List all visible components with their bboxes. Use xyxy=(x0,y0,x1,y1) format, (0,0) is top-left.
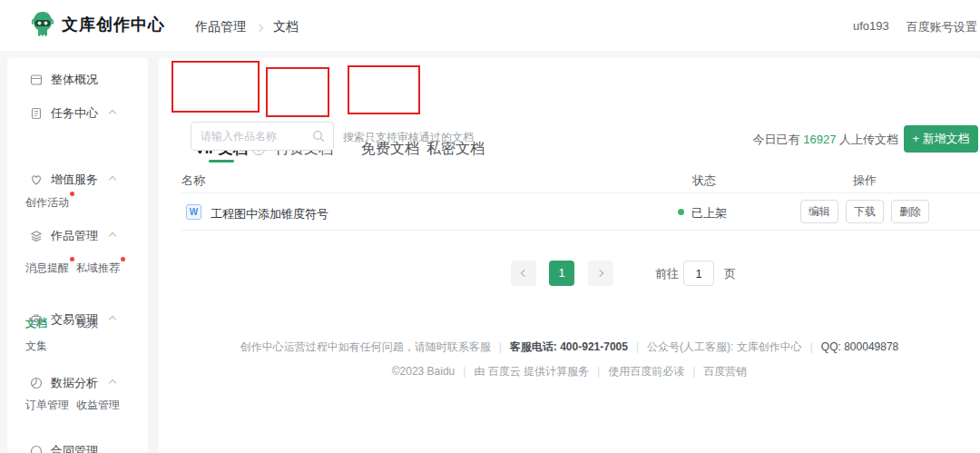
search-hint: 搜索只支持审核通过的文档 xyxy=(343,130,474,145)
overview-icon xyxy=(30,74,43,86)
header-user-area: ufo193 百度账号设置 退出 xyxy=(853,19,980,35)
copyright: ©2023 Baidu xyxy=(392,365,456,378)
sidebar-subitem-private-recommend[interactable]: 私域推荐 xyxy=(76,260,120,276)
sidebar-item-label: 合同管理 xyxy=(51,443,98,453)
upload-count: 16927 xyxy=(803,133,836,146)
sidebar-item-label: 增值服务 xyxy=(51,172,98,188)
trade-icon xyxy=(30,313,43,326)
chevron-up-icon[interactable] xyxy=(109,379,116,387)
breadcrumb-current: 文档 xyxy=(273,19,299,35)
chevron-up-icon[interactable] xyxy=(109,110,116,117)
chevron-right-icon xyxy=(256,24,263,31)
sidebar-item-label: 交易管理 xyxy=(51,311,98,328)
sidebar-item-contracts[interactable]: 合同管理 xyxy=(7,440,148,453)
annotation-box-free-docs xyxy=(348,65,420,114)
page-number-active[interactable]: 1 xyxy=(549,261,574,286)
column-header-actions: 操作 xyxy=(853,172,877,189)
sidebar-subitem-earnings[interactable]: 收益管理 xyxy=(76,397,120,413)
status-dot xyxy=(678,209,684,215)
sidebar-item-analytics[interactable]: 数据分析 xyxy=(7,372,148,394)
sidebar-subitem-creation-activity[interactable]: 创作活动 xyxy=(25,194,69,211)
column-header-name: 名称 xyxy=(181,172,205,189)
chevron-up-icon[interactable] xyxy=(109,232,116,240)
new-document-button[interactable]: + 新增文档 xyxy=(904,125,978,153)
annotation-box-paid-docs xyxy=(266,67,329,117)
table-divider xyxy=(181,192,980,193)
goto-unit: 页 xyxy=(724,266,736,282)
upload-stat: 今日已有 16927 人上传文档 xyxy=(740,132,898,148)
username[interactable]: ufo193 xyxy=(853,19,889,35)
sidebar-subitem-collections[interactable]: 文集 xyxy=(25,338,47,354)
notification-dot xyxy=(121,257,125,261)
footer-support-line: 创作中心运营过程中如有任何问题，请随时联系客服|客服电话: 400-921-70… xyxy=(159,340,980,355)
account-settings-link[interactable]: 百度账号设置 xyxy=(906,19,977,35)
pie-chart-icon xyxy=(30,377,43,389)
document-name[interactable]: 工程图中添加锥度符号 xyxy=(211,206,328,222)
chevron-left-icon xyxy=(521,270,528,277)
column-header-status: 状态 xyxy=(692,172,716,189)
sidebar: 整体概况 任务中心 创作活动 增值服务 消息提醒 私域推荐 作品管理 文档 视频 xyxy=(7,58,148,453)
app-logo[interactable]: 文库创作中心 xyxy=(31,11,165,38)
chevron-up-icon[interactable] xyxy=(109,316,116,323)
active-tab-underline xyxy=(209,160,234,162)
delete-button[interactable]: 删除 xyxy=(891,200,929,223)
task-icon xyxy=(30,107,43,120)
goto-label: 前往 xyxy=(655,266,679,282)
qq-number: QQ: 800049878 xyxy=(821,340,898,353)
logo-title: 文库创作中心 xyxy=(62,14,165,35)
next-page-button[interactable] xyxy=(588,261,613,286)
squid-mascot-icon xyxy=(31,11,54,38)
notification-dot xyxy=(70,192,74,196)
breadcrumb: 作品管理 文档 xyxy=(195,19,299,35)
contract-icon xyxy=(30,445,43,453)
annotation-box-vip-docs xyxy=(172,61,260,113)
sidebar-item-label: 任务中心 xyxy=(51,105,98,122)
baidu-notice-link[interactable]: 使用百度前必读 xyxy=(608,365,684,378)
sidebar-item-overview[interactable]: 整体概况 xyxy=(7,69,148,91)
download-button[interactable]: 下载 xyxy=(846,200,884,223)
service-phone: 客服电话: 400-921-7005 xyxy=(510,340,628,353)
sidebar-subitem-message-reminder[interactable]: 消息提醒 xyxy=(25,260,69,276)
sidebar-item-label: 整体概况 xyxy=(51,72,98,88)
row-divider xyxy=(181,230,980,231)
notification-dot xyxy=(70,257,74,261)
sidebar-item-works[interactable]: 作品管理 xyxy=(7,225,148,247)
sidebar-item-value-services[interactable]: 增值服务 xyxy=(7,169,148,191)
status-badge: 已上架 xyxy=(691,205,727,222)
word-doc-icon: W xyxy=(186,204,201,220)
edit-button[interactable]: 编辑 xyxy=(800,200,838,223)
magnifier-icon[interactable] xyxy=(312,130,325,143)
chevron-right-icon xyxy=(596,270,603,277)
sidebar-item-tasks[interactable]: 任务中心 xyxy=(7,103,148,124)
sidebar-item-label: 数据分析 xyxy=(51,375,98,391)
footer-copyright-line: ©2023 Baidu|由 百度云 提供计算服务|使用百度前必读|百度营销 xyxy=(159,364,980,379)
heart-icon xyxy=(30,173,43,186)
main-panel: VIP文档 付费文档 免费文档 私密文档 搜索只支持审核通过的文档 今日已有 1… xyxy=(159,58,980,453)
app-header: 文库创作中心 作品管理 文档 ufo193 百度账号设置 退出 xyxy=(0,0,980,51)
prev-page-button[interactable] xyxy=(511,261,536,286)
chevron-up-icon[interactable] xyxy=(109,176,116,183)
baidu-marketing-link[interactable]: 百度营销 xyxy=(703,365,747,378)
breadcrumb-root[interactable]: 作品管理 xyxy=(195,19,246,35)
sidebar-item-label: 作品管理 xyxy=(51,228,98,244)
wechat-account: 公众号(人工客服): 文库创作中心 xyxy=(647,340,802,353)
layers-icon xyxy=(30,230,43,242)
goto-page-input[interactable] xyxy=(683,261,714,286)
sidebar-subitem-orders[interactable]: 订单管理 xyxy=(25,397,69,413)
sidebar-item-trade[interactable]: 交易管理 xyxy=(7,309,148,330)
